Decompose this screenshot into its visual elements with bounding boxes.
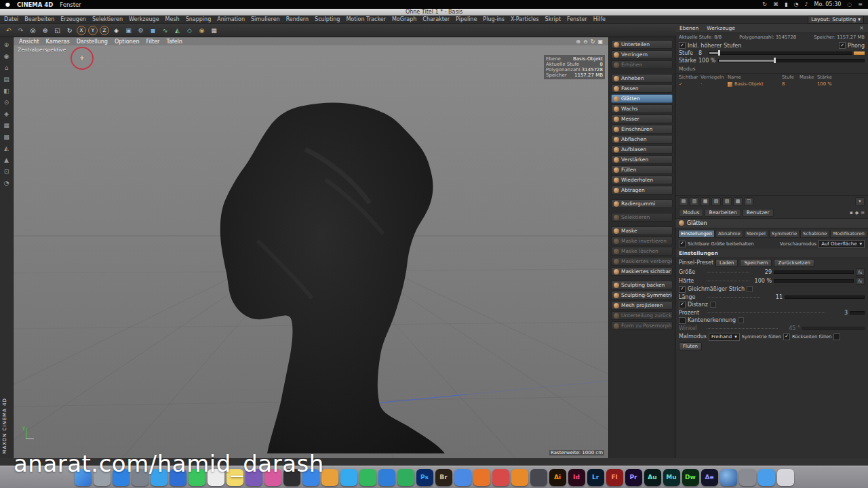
chevron-down-icon[interactable]: ▾ — [855, 197, 865, 206]
edge-detect-option-box[interactable] — [738, 317, 744, 323]
size-value[interactable]: 29 — [753, 269, 772, 275]
sculpt-anheben[interactable]: Anheben — [611, 74, 673, 83]
sculpt-fuellen[interactable]: Füllen — [611, 165, 673, 174]
tab-modus[interactable]: Modus — [679, 209, 703, 217]
rotate-tool-icon[interactable]: ↻ — [64, 25, 75, 35]
sculpt-unterteilung-zurueck[interactable]: Unterteilung zurück — [611, 311, 673, 320]
viewport-menu-item[interactable]: Optionen — [115, 39, 140, 45]
menu-item[interactable]: Datei — [4, 16, 18, 22]
menu-item[interactable]: Selektieren — [92, 16, 123, 22]
preview-mode-select[interactable]: Auf Oberfläche ▾ — [818, 240, 865, 248]
tool-tab[interactable]: Einstellungen — [678, 230, 715, 238]
axis-y-toggle[interactable]: Y — [88, 26, 98, 35]
sculpt-unterteilen[interactable]: Unterteilen — [611, 40, 673, 49]
sculpt-verringern[interactable]: Verringern — [611, 50, 673, 59]
sculpt-erhoehen[interactable]: Erhöhen — [611, 60, 673, 69]
sculpt-maskiertes-verbergen[interactable]: Maskiertes verbergen — [611, 257, 673, 266]
tab-ebenen[interactable]: Ebenen — [679, 25, 698, 31]
toggle-view-icon[interactable]: ▣ — [597, 39, 603, 45]
left-tool-icon[interactable]: ◔ — [2, 178, 12, 188]
menu-item[interactable]: Motion Tracker — [346, 16, 386, 22]
layer-action-icon[interactable]: ▨ — [722, 197, 732, 206]
sculpt-verstaerken[interactable]: Verstärken — [611, 155, 673, 164]
left-tool-icon[interactable]: ⊕ — [2, 40, 12, 49]
menu-item[interactable]: Rendern — [286, 16, 309, 22]
pan-view-icon[interactable]: ⊕ — [576, 39, 580, 45]
backface-fill-checkbox[interactable] — [833, 333, 840, 340]
tab-bearbeiten[interactable]: Bearbeiten — [705, 209, 741, 217]
workplane-icon[interactable]: ▦ — [209, 25, 219, 35]
dock-illustrator[interactable]: Ai — [549, 469, 566, 486]
deformer-icon[interactable]: ◇ — [184, 25, 195, 35]
move-tool-icon[interactable]: ⊕ — [40, 25, 50, 35]
sculpt-glaetten[interactable]: Glätten — [611, 94, 673, 103]
tab-werkzeuge[interactable]: Werkzeuge — [707, 25, 735, 31]
primitive-object-icon[interactable]: ◼ — [148, 25, 158, 35]
hardness-falloff-button[interactable]: fx — [856, 277, 865, 285]
layer-action-icon[interactable]: ▥ — [690, 197, 699, 206]
dock-xparticles[interactable] — [739, 469, 756, 486]
length-slider[interactable] — [785, 296, 865, 299]
redo-icon[interactable]: ↷ — [16, 25, 26, 35]
left-tool-icon[interactable]: ⊙ — [2, 98, 12, 107]
sculpt-fassen[interactable]: Fassen — [611, 84, 673, 93]
distance-option-box[interactable] — [710, 302, 716, 308]
dock-cinema4d[interactable] — [720, 469, 737, 486]
app-menu-title[interactable]: CINEMA 4D — [17, 1, 53, 8]
sculpt-wachs[interactable]: Wachs — [611, 104, 673, 113]
sculpt-maskiertes-sichtbar[interactable]: Maskiertes sichtbar machen — [611, 267, 673, 276]
render-settings-icon[interactable]: ⚙ — [136, 25, 146, 35]
left-tool-icon[interactable]: ◈ — [2, 109, 12, 119]
hardness-slider[interactable] — [774, 279, 854, 283]
left-tool-icon[interactable]: ◭ — [2, 144, 12, 153]
volume-icon[interactable]: ♪ — [804, 1, 808, 7]
left-tool-icon[interactable]: ▲ — [2, 155, 12, 165]
axis-x-toggle[interactable]: X — [77, 26, 86, 35]
layer-action-icon[interactable]: ◫ — [744, 197, 753, 206]
steady-stroke-option-box[interactable] — [747, 286, 753, 292]
layer-row-basis-objekt[interactable]: ✓ · Basis-Objekt 8 100 % — [675, 81, 868, 87]
tab-benutzer[interactable]: Benutzer — [743, 209, 774, 217]
left-tool-icon[interactable]: ▦ — [2, 121, 12, 130]
dock-premiere[interactable]: Pr — [625, 469, 642, 486]
menu-item[interactable]: Skript — [545, 16, 561, 22]
sculpt-wiederholen[interactable]: Wiederholen — [611, 176, 673, 184]
snapping-icon[interactable]: ◉ — [197, 25, 207, 35]
symmetry-fill-checkbox[interactable]: ✓ — [783, 333, 790, 340]
percent-value[interactable]: 3 — [829, 310, 848, 316]
notification-center-icon[interactable]: ≡ — [858, 1, 863, 7]
sculpt-abtragen[interactable]: Abtragen — [611, 186, 673, 195]
dock-skype[interactable] — [340, 469, 357, 486]
menu-item[interactable]: Hilfe — [593, 16, 606, 22]
menu-item[interactable]: Erzeugen — [60, 16, 86, 22]
viewport-menu-item[interactable]: Filter — [146, 39, 160, 45]
menu-item[interactable]: Werkzeuge — [129, 16, 159, 22]
dock-whatsapp[interactable] — [359, 469, 376, 486]
keyboard-icon[interactable]: ⌘ — [773, 1, 778, 7]
tool-tab[interactable]: Stempel — [744, 230, 768, 238]
sculpt-backen[interactable]: Sculpting backen — [611, 281, 673, 289]
sculpt-symmetrie[interactable]: Sculpting-Symmetrie — [611, 291, 673, 300]
battery-icon[interactable]: ▮ — [785, 1, 787, 7]
tool-tab[interactable]: Symmetrie — [769, 230, 800, 238]
dock-evernote[interactable] — [397, 469, 414, 486]
menu-item[interactable]: Simulieren — [251, 16, 280, 22]
tool-tab[interactable]: Modifikatoren — [830, 230, 867, 238]
left-tool-icon[interactable]: ⊡ — [2, 167, 12, 176]
menu-item[interactable]: X-Particles — [511, 16, 539, 22]
zoom-view-icon[interactable]: ⊖ — [583, 39, 588, 45]
sculpt-form-posemorph[interactable]: Form zu Posemorph — [611, 321, 673, 330]
dock-audition[interactable]: Au — [644, 469, 661, 486]
viewport-menu-item[interactable]: Ansicht — [19, 39, 39, 45]
layer-action-icon[interactable]: ▩ — [733, 197, 743, 206]
apple-menu-icon[interactable]: ● — [5, 1, 10, 7]
sculpt-aufblasen[interactable]: Aufblasen — [611, 145, 673, 154]
viewport-canvas[interactable]: AnsichtKamerasDarstellungOptionenFilterT… — [14, 37, 608, 458]
sculpt-maske-invertieren[interactable]: Maske invertieren — [611, 237, 673, 245]
menu-fenster-mac[interactable]: Fenster — [60, 1, 81, 8]
layout-selector[interactable]: Layout: Sculpting ▾ — [808, 16, 864, 24]
generator-icon[interactable]: ◭ — [172, 25, 182, 35]
left-tool-icon[interactable]: ◉ — [2, 52, 12, 61]
dock-chrome[interactable] — [454, 469, 471, 486]
load-preset-button[interactable]: Laden — [715, 259, 738, 267]
